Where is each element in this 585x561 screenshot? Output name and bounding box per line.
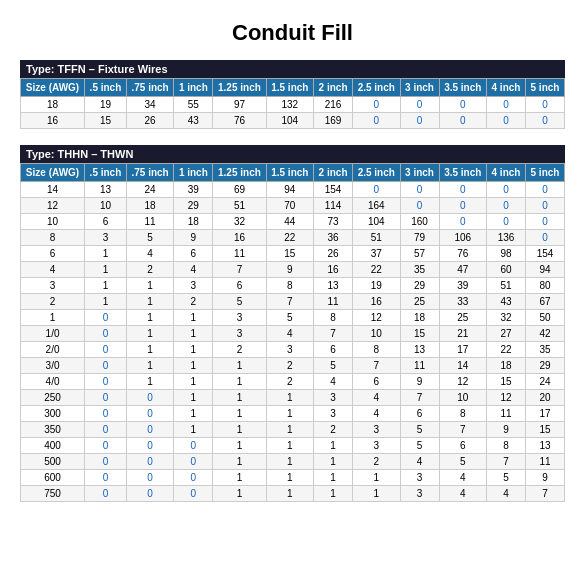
table-row: 2/0011236813172235 bbox=[21, 342, 565, 358]
tffn-table: Size (AWG).5 inch.75 inch1 inch1.25 inch… bbox=[20, 78, 565, 129]
tffn-header: Type: TFFN – Fixture Wires bbox=[20, 60, 565, 78]
table-row: 10113581218253250 bbox=[21, 310, 565, 326]
table-row: 3/0011125711141829 bbox=[21, 358, 565, 374]
thhn-section: Type: THHN – THWN Size (AWG).5 inch.75 i… bbox=[20, 145, 565, 502]
table-row: 181934559713221600000 bbox=[21, 97, 565, 113]
table-row: 60000011113459 bbox=[21, 470, 565, 486]
tffn-section: Type: TFFN – Fixture Wires Size (AWG).5 … bbox=[20, 60, 565, 129]
page-title: Conduit Fill bbox=[20, 20, 565, 46]
table-row: 1/00113471015212742 bbox=[21, 326, 565, 342]
table-row: 25000111347101220 bbox=[21, 390, 565, 406]
table-row: 4/001112469121524 bbox=[21, 374, 565, 390]
thhn-header: Type: THHN – THWN bbox=[20, 145, 565, 163]
table-row: 211257111625334367 bbox=[21, 294, 565, 310]
table-row: 3000011134681117 bbox=[21, 406, 565, 422]
tffn-column-headers: Size (AWG).5 inch.75 inch1 inch1.25 inch… bbox=[21, 79, 565, 97]
table-row: 161526437610416900000 bbox=[21, 113, 565, 129]
thhn-rows: 1413243969941540000012101829517011416400… bbox=[21, 182, 565, 502]
thhn-column-headers: Size (AWG).5 inch.75 inch1 inch1.25 inch… bbox=[21, 164, 565, 182]
table-row: 500000111245711 bbox=[21, 454, 565, 470]
table-row: 14132439699415400000 bbox=[21, 182, 565, 198]
thhn-table: Size (AWG).5 inch.75 inch1 inch1.25 inch… bbox=[20, 163, 565, 502]
table-row: 1061118324473104160000 bbox=[21, 214, 565, 230]
tffn-rows: 1819345597132216000001615264376104169000… bbox=[21, 97, 565, 129]
table-row: 350001112357915 bbox=[21, 422, 565, 438]
table-row: 75000011113447 bbox=[21, 486, 565, 502]
table-row: 311368131929395180 bbox=[21, 278, 565, 294]
table-row: 614611152637577698154 bbox=[21, 246, 565, 262]
table-row: 1210182951701141640000 bbox=[21, 198, 565, 214]
table-row: 400000111356813 bbox=[21, 438, 565, 454]
table-row: 412479162235476094 bbox=[21, 262, 565, 278]
table-row: 835916223651791061360 bbox=[21, 230, 565, 246]
